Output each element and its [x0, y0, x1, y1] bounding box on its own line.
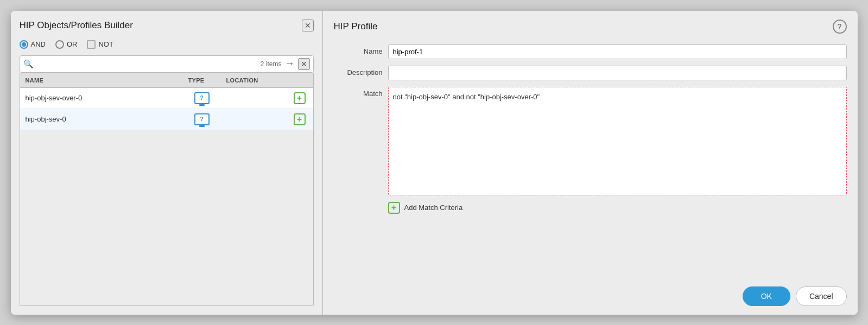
add-match-criteria-icon: + — [388, 202, 400, 214]
not-checkbox-box — [87, 40, 96, 49]
right-panel-header: HIP Profile ? — [334, 20, 847, 34]
search-icon: 🔍 — [23, 59, 34, 69]
add-match-criteria-button[interactable]: Add Match Criteria — [404, 203, 463, 212]
not-checkbox[interactable]: NOT — [87, 40, 113, 49]
logic-row: AND OR NOT — [20, 40, 314, 49]
row2-add[interactable]: + — [286, 109, 313, 130]
and-label: AND — [31, 40, 46, 48]
not-label: NOT — [98, 40, 113, 48]
monitor-icon-1 — [194, 92, 210, 104]
col-header-action — [286, 73, 313, 87]
table-row: hip-obj-sev-0 + — [20, 109, 313, 130]
add-row2-button[interactable]: + — [294, 113, 306, 125]
objects-table: NAME TYPE LOCATION hip-obj-sev-over-0 + — [20, 73, 314, 306]
row2-name: hip-obj-sev-0 — [20, 111, 183, 128]
row1-location — [221, 94, 286, 103]
description-input[interactable] — [388, 66, 847, 80]
cancel-button[interactable]: Cancel — [796, 286, 847, 306]
row1-add[interactable]: + — [286, 88, 313, 109]
add-row1-button[interactable]: + — [294, 92, 306, 104]
and-radio[interactable]: AND — [20, 40, 46, 49]
left-panel-title: HIP Objects/Profiles Builder — [20, 20, 133, 31]
row1-name: hip-obj-sev-over-0 — [20, 90, 183, 106]
row2-location — [221, 115, 286, 124]
table-header: NAME TYPE LOCATION — [20, 73, 313, 88]
left-panel: HIP Objects/Profiles Builder ✕ AND OR NO… — [11, 11, 323, 315]
ok-button[interactable]: OK — [743, 286, 790, 306]
left-panel-header: HIP Objects/Profiles Builder ✕ — [20, 20, 314, 31]
monitor-icon-2 — [194, 113, 210, 125]
arrow-right-icon[interactable]: → — [285, 58, 295, 69]
col-header-location: LOCATION — [221, 73, 286, 87]
col-header-name: NAME — [20, 73, 183, 87]
search-clear-button[interactable]: ✕ — [298, 58, 310, 70]
add-match-criteria-row: + Add Match Criteria — [334, 202, 847, 214]
and-radio-circle — [20, 40, 28, 49]
name-input[interactable] — [388, 44, 847, 59]
left-panel-close-button[interactable]: ✕ — [302, 20, 314, 31]
name-label: Name — [334, 44, 383, 55]
footer-buttons: OK Cancel — [334, 276, 847, 306]
row2-type — [183, 109, 221, 130]
right-panel: HIP Profile ? Name Description Match not… — [323, 11, 858, 315]
search-bar: 🔍 2 items → ✕ — [20, 55, 314, 73]
or-label: OR — [67, 40, 78, 48]
match-textarea[interactable]: not "hip-obj-sev-0" and not "hip-obj-sev… — [388, 87, 847, 195]
row1-type — [183, 88, 221, 109]
items-count-badge: 2 items — [261, 60, 282, 68]
description-label: Description — [334, 66, 383, 77]
table-row: hip-obj-sev-over-0 + — [20, 88, 313, 109]
col-header-type: TYPE — [183, 73, 221, 87]
right-panel-title: HIP Profile — [334, 21, 378, 32]
help-button[interactable]: ? — [833, 20, 847, 34]
table-body: hip-obj-sev-over-0 + hip-obj-sev-0 — [20, 88, 313, 130]
match-label: Match — [334, 87, 383, 98]
hip-profile-form: Name Description Match not "hip-obj-sev-… — [334, 44, 847, 195]
or-radio-circle — [55, 40, 64, 49]
or-radio[interactable]: OR — [55, 40, 78, 49]
search-input[interactable] — [37, 60, 257, 68]
